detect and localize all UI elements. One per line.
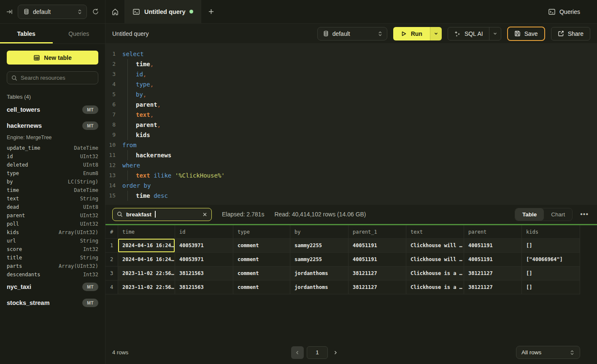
results-table-cell[interactable]: sammy2255 <box>290 253 348 266</box>
results-table-cell[interactable]: 3 <box>105 267 118 280</box>
results-table-cell[interactable]: jordanthoms <box>290 280 348 294</box>
results-table-cell[interactable]: Clickhouse will … <box>406 239 464 252</box>
results-table-cell[interactable]: [] <box>522 267 580 280</box>
code-token: from <box>122 142 137 148</box>
results-table-cell[interactable]: 38121127 <box>464 280 522 294</box>
clear-search-icon[interactable] <box>203 212 207 217</box>
sidebar-table-item[interactable]: stocks_streamMT <box>7 295 98 311</box>
results-table-header-cell[interactable]: # <box>105 225 118 238</box>
run-options-button[interactable] <box>430 27 442 40</box>
code-token: time <box>136 192 150 199</box>
results-table-cell[interactable]: 40051191 <box>464 239 522 252</box>
results-table-cell[interactable]: Clickhouse is a … <box>406 280 464 294</box>
results-table-cell[interactable]: 38121563 <box>175 267 233 280</box>
new-tab-button[interactable] <box>201 0 221 23</box>
results-table-cell[interactable]: 40053971 <box>175 239 233 252</box>
results-table-cell[interactable]: 38121127 <box>464 267 522 280</box>
toggle-table[interactable]: Table <box>515 208 544 221</box>
sql-ai-options-button[interactable] <box>489 27 501 40</box>
results-table-cell[interactable]: sammy2255 <box>290 239 348 252</box>
results-table-cell[interactable]: 2024-04-16 16:24… <box>118 239 175 252</box>
results-table-cell[interactable]: Clickhouse will … <box>406 253 464 266</box>
new-table-button[interactable]: New table <box>7 51 98 65</box>
row-count: 4 rows <box>112 349 128 356</box>
results-table-cell[interactable]: 2023-11-02 22:56… <box>118 267 175 280</box>
results-table-cell[interactable]: 38121127 <box>348 267 406 280</box>
results-table-cell[interactable]: comment <box>233 253 290 266</box>
page-number-input[interactable]: 1 <box>307 346 328 359</box>
results-table-cell[interactable]: comment <box>233 239 290 252</box>
page-size-select[interactable]: All rows <box>516 346 580 359</box>
toggle-chart[interactable]: Chart <box>544 208 572 221</box>
results-table-cell[interactable]: 40051191 <box>348 253 406 266</box>
results-table-cell[interactable]: comment <box>233 267 290 280</box>
sidebar-tab-queries[interactable]: Queries <box>53 24 105 43</box>
results-table-cell[interactable]: 38121127 <box>348 280 406 294</box>
results-table-header-cell[interactable]: time <box>118 225 175 238</box>
results-table-cell[interactable]: 2 <box>105 253 118 266</box>
results-table-cell[interactable]: [] <box>522 239 580 252</box>
line-code: order by <box>119 181 151 191</box>
more-options-icon[interactable]: ••• <box>578 210 590 218</box>
results-table-header-cell[interactable]: parent <box>464 225 522 238</box>
results-table-header-cell[interactable]: type <box>233 225 290 238</box>
results-table-cell[interactable]: 2023-11-02 22:56… <box>118 280 175 294</box>
results-table-cell[interactable]: Clickhouse is a … <box>406 267 464 280</box>
column-name: time <box>7 186 19 194</box>
results-table-cell[interactable]: 40051191 <box>464 253 522 266</box>
editor-line: 14order by <box>105 181 597 191</box>
results-table-header-cell[interactable]: kids <box>522 225 580 238</box>
column-type: UInt32 <box>80 152 98 161</box>
sidebar-table-item[interactable]: cell_towersMT <box>7 102 98 118</box>
table-column-row: timeDateTime <box>7 186 98 194</box>
column-type: String <box>80 237 98 245</box>
results-search-input[interactable]: breakfast <box>112 208 212 221</box>
run-button[interactable]: Run <box>393 27 430 40</box>
table-column-row: descendantsInt32 <box>7 270 98 279</box>
results-table-cell[interactable]: jordanthoms <box>290 267 348 280</box>
sidebar-table-item[interactable]: hackernewsMT <box>7 118 98 134</box>
query-title: Untitled query <box>112 30 149 37</box>
results-table-cell[interactable]: 4 <box>105 280 118 294</box>
results-table-cell[interactable]: 38121563 <box>175 280 233 294</box>
results-table-cell[interactable]: [] <box>522 280 580 294</box>
results-table-cell[interactable]: 2024-04-16 16:24… <box>118 253 175 266</box>
results-table-header-cell[interactable]: by <box>290 225 348 238</box>
sidebar-table-item[interactable]: nyc_taxiMT <box>7 279 98 295</box>
results-table-header-cell[interactable]: text <box>406 225 464 238</box>
sql-ai-button-group: SQL AI <box>448 27 501 40</box>
sidebar-tab-tables[interactable]: Tables <box>0 24 53 43</box>
results-table-header-cell[interactable]: id <box>175 225 233 238</box>
save-button[interactable]: Save <box>507 27 545 41</box>
results-footer: 4 rows 1 All rows <box>105 341 597 364</box>
table-column-row: deadUInt8 <box>7 203 98 211</box>
query-database-select[interactable]: default <box>317 27 387 40</box>
tab-home[interactable] <box>105 0 124 23</box>
results-table-cell[interactable]: 40051191 <box>348 239 406 252</box>
tab-untitled-query[interactable]: Untitled query <box>124 0 201 23</box>
queries-shortcut[interactable]: Queries <box>548 0 597 23</box>
results-table-cell[interactable]: 1 <box>105 239 118 252</box>
results-table-cell[interactable]: 40053971 <box>175 253 233 266</box>
table-engine-label: Engine: MergeTree <box>7 134 98 144</box>
sql-editor[interactable]: 1select2time,3id,4type,5by,6parent,7text… <box>105 44 597 204</box>
table-column-row: typeEnum8 <box>7 169 98 178</box>
prev-page-button[interactable] <box>291 346 304 359</box>
next-page-button[interactable] <box>331 351 340 355</box>
collapse-sidebar-icon[interactable] <box>6 8 13 15</box>
results-table-cell[interactable]: ["40066964"] <box>522 253 580 266</box>
line-number: 4 <box>105 79 119 89</box>
table-column-row: idUInt32 <box>7 152 98 161</box>
results-table-header-row: #timeidtypebyparent_1textparentkids <box>105 225 580 239</box>
editor-line: 5by, <box>105 89 597 100</box>
results-table-row: 32023-11-02 22:56…38121563commentjordant… <box>105 267 580 280</box>
resource-search-input[interactable]: Search resources <box>7 71 98 84</box>
results-table-header-cell[interactable]: parent_1 <box>348 225 406 238</box>
sparkles-icon <box>454 30 461 37</box>
refresh-icon[interactable] <box>92 8 99 15</box>
share-button[interactable]: Share <box>551 27 590 40</box>
pagination: 1 <box>291 346 340 359</box>
results-table-cell[interactable]: comment <box>233 280 290 294</box>
topbar-database-select[interactable]: default <box>18 5 87 19</box>
sql-ai-button[interactable]: SQL AI <box>448 27 489 40</box>
